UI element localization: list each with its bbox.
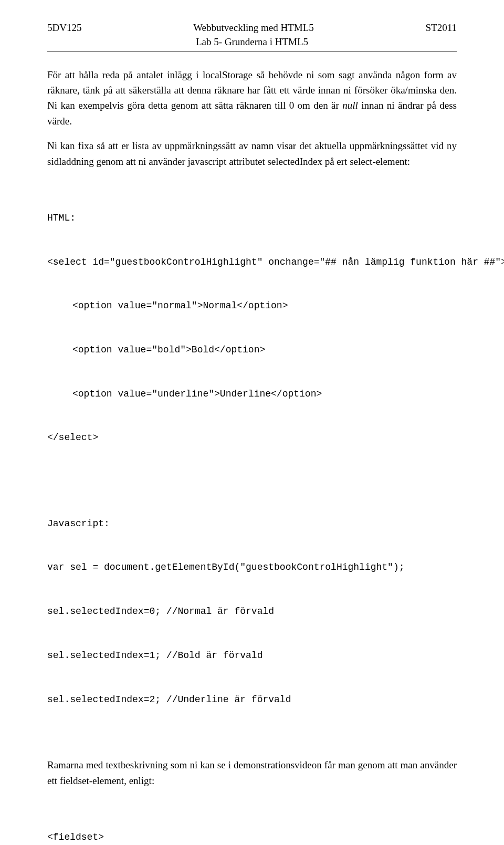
code-line: <option value="normal">Normal</option> (47, 299, 457, 314)
code-line: <option value="underline">Underline</opt… (47, 387, 457, 402)
code-line: <fieldset> (47, 830, 457, 845)
code-line: HTML: (47, 211, 457, 226)
code-line: var sel = document.getElementById("guest… (47, 560, 457, 575)
page: 5DV125 Webbutveckling med HTML5 ST2011 L… (0, 0, 504, 845)
code-line: <option value="bold">Bold</option> (47, 343, 457, 358)
paragraph-2: Ni kan fixa så att er lista av uppmärkni… (47, 138, 457, 169)
code-line: Javascript: (47, 517, 457, 531)
code-block-fieldset: <fieldset> <legend>Guestbook Entries</le… (47, 801, 457, 845)
header-subtitle: Lab 5- Grunderna i HTML5 (47, 36, 457, 48)
code-block-html: HTML: <select id="guestbookControlHighli… (47, 182, 457, 475)
page-header: 5DV125 Webbutveckling med HTML5 ST2011 (47, 21, 457, 35)
code-line: sel.selectedIndex=1; //Bold är förvald (47, 649, 457, 663)
paragraph-1: För att hålla reda på antalet inlägg i l… (47, 67, 457, 129)
null-italic: null (342, 100, 358, 111)
paragraph-3: Ramarna med textbeskrivning som ni kan s… (47, 757, 457, 788)
header-right: ST2011 (426, 21, 457, 35)
code-line: <select id="guestbookControlHighlight" o… (47, 255, 457, 270)
code-line: sel.selectedIndex=2; //Underline är förv… (47, 693, 457, 707)
header-rule (47, 51, 457, 51)
code-line: </select> (47, 431, 457, 445)
header-center: Webbutveckling med HTML5 (81, 21, 425, 35)
header-left: 5DV125 (47, 21, 81, 35)
code-line: sel.selectedIndex=0; //Normal är förvald (47, 604, 457, 619)
code-block-js: Javascript: var sel = document.getElemen… (47, 487, 457, 736)
